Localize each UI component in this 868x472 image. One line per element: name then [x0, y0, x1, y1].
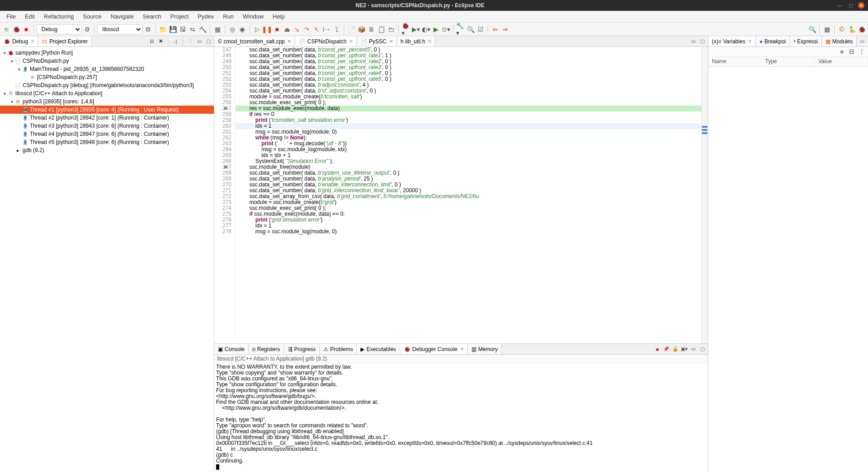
- coverage-icon[interactable]: ◐▾: [421, 25, 430, 34]
- menu-edit[interactable]: Edit: [20, 11, 39, 22]
- bug-icon[interactable]: 🐞: [12, 25, 21, 34]
- tree-item[interactable]: ▾©libsscd [C/C++ Attach to Application]: [0, 89, 214, 97]
- bottom-tab-memory[interactable]: ▥Memory: [468, 344, 502, 354]
- run-dropdown-icon[interactable]: ▶▾: [411, 25, 420, 34]
- editor-tab[interactable]: ©cmod_tcsmolten_salt.cpp✕: [214, 36, 295, 46]
- config-gear-icon[interactable]: ⚙: [143, 25, 152, 34]
- minimize-view-icon[interactable]: ▭: [690, 346, 697, 353]
- view-menu-icon[interactable]: ⋮: [187, 38, 194, 45]
- col-value[interactable]: Value: [815, 57, 868, 66]
- code-editor[interactable]: 247248249250251252253254255256➤257258259…: [214, 47, 708, 343]
- step-over-icon[interactable]: ↷: [302, 25, 311, 34]
- code-line[interactable]: msg = ssc.module_log(module, idx): [235, 147, 702, 153]
- target2-icon[interactable]: ◉: [238, 25, 247, 34]
- tree-item[interactable]: 🧵Thread #2 [python3] 28942 [core: 1] (Ru…: [0, 114, 214, 122]
- close-icon[interactable]: ✕: [428, 39, 431, 44]
- window-minimize-button[interactable]: —: [836, 2, 843, 9]
- menu-window[interactable]: Window: [238, 11, 268, 22]
- maximize-view-icon[interactable]: ▢: [205, 38, 212, 45]
- maximize-view-icon[interactable]: ▢: [699, 38, 706, 45]
- bottom-tab-progress[interactable]: ⇶Progress: [284, 344, 320, 354]
- bottom-tab-registers[interactable]: ⎚Registers: [249, 344, 284, 354]
- minimize-view-icon[interactable]: ▭: [690, 38, 697, 45]
- maximize-view-icon[interactable]: ▢: [699, 346, 706, 353]
- build-icon[interactable]: 🔨: [198, 25, 207, 34]
- new-file-icon[interactable]: 📄: [347, 25, 356, 34]
- remove-icon[interactable]: ✖: [157, 38, 164, 45]
- bottom-tab-executables[interactable]: ▶Executables: [357, 344, 400, 354]
- tab-expressions[interactable]: ᵡExpressi: [790, 36, 822, 46]
- tree-toggle-icon[interactable]: ▾: [9, 99, 14, 104]
- tree-item[interactable]: ▾🧵MainThread - pid_28935_id_139858607582…: [0, 65, 214, 73]
- tree-item[interactable]: ▾🐞sampydev [Python Run]: [0, 49, 214, 57]
- target-icon[interactable]: ◎: [228, 25, 237, 34]
- resume-icon[interactable]: ▷: [253, 25, 262, 34]
- overview-ruler[interactable]: [702, 47, 708, 343]
- new-folder-icon[interactable]: 📁: [158, 25, 167, 34]
- menu-navigate[interactable]: Navigate: [106, 11, 138, 22]
- quick-access-icon[interactable]: 🔍: [808, 25, 817, 34]
- new-folder2-icon[interactable]: 🗀: [387, 25, 396, 34]
- tree-item[interactable]: 🧵Thread #5 [python3] 28948 [core: 6] (Ru…: [0, 138, 214, 146]
- collapse-all-icon[interactable]: ⊟: [848, 48, 855, 55]
- nav-fwd-icon[interactable]: ⇒: [501, 25, 510, 34]
- code-line[interactable]: res = ssc.module_exec(module, data): [235, 106, 702, 111]
- menu-help[interactable]: Help: [268, 11, 289, 22]
- debug-dropdown-icon[interactable]: 🐞▾: [402, 25, 411, 34]
- tree-item[interactable]: 📄CSPNoDispatch.py [debug] [/home/gabriel…: [0, 81, 214, 89]
- close-icon[interactable]: ✕: [31, 39, 34, 44]
- menu-run[interactable]: Run: [218, 11, 238, 22]
- scroll-lock-icon[interactable]: 🔒: [672, 346, 679, 353]
- close-icon[interactable]: ✕: [349, 39, 353, 44]
- col-name[interactable]: Name: [708, 57, 762, 66]
- tree-item[interactable]: ▾📄CSPNoDispatch.py: [0, 57, 214, 65]
- cpp-perspective-icon[interactable]: ©: [837, 25, 846, 34]
- pydev-perspective-icon[interactable]: 🐍: [847, 25, 856, 34]
- config-gear-icon[interactable]: ⚙: [83, 25, 92, 34]
- instruction-step-icon[interactable]: i→: [322, 25, 331, 34]
- menu-project[interactable]: Project: [166, 11, 193, 22]
- grid-icon[interactable]: ▦: [213, 25, 222, 34]
- tree-item[interactable]: 🧵Thread #1 [python3] 28935 [core: 4] (Ru…: [0, 106, 214, 114]
- tab-project-explorer[interactable]: 🗀 Project Explorer: [38, 36, 92, 46]
- tree-item[interactable]: 🧵Thread #4 [python3] 28947 [core: 6] (Ru…: [0, 130, 214, 138]
- menu-source[interactable]: Source: [78, 11, 106, 22]
- tree-item[interactable]: ▾⚙python3 [28935] [cores: 1,4,6]: [0, 97, 214, 106]
- disconnect-icon[interactable]: ⎋: [2, 25, 11, 34]
- menu-file[interactable]: File: [2, 11, 20, 22]
- menu-refactoring[interactable]: Refactoring: [39, 11, 78, 22]
- run-last-icon[interactable]: ▶: [431, 25, 440, 34]
- tree-toggle-icon[interactable]: ▾: [9, 59, 14, 64]
- debug-tree[interactable]: ▾🐞sampydev [Python Run]▾📄CSPNoDispatch.p…: [0, 47, 214, 472]
- library-select[interactable]: libsscd: [97, 24, 143, 34]
- drop-frame-icon[interactable]: ⤵: [332, 25, 341, 34]
- pin-icon[interactable]: 📌: [663, 346, 670, 353]
- step-filter-icon[interactable]: ↓|: [172, 38, 179, 45]
- new-module-icon[interactable]: 📦: [357, 25, 366, 34]
- launch-config-select[interactable]: Debug: [37, 24, 82, 34]
- show-type-icon[interactable]: ⎈: [838, 48, 845, 55]
- new-class-icon[interactable]: 🗎: [367, 25, 376, 34]
- menu-pydev[interactable]: Pydev: [193, 11, 218, 22]
- code-line[interactable]: print ('grid simulation error'): [235, 217, 702, 223]
- tree-toggle-icon[interactable]: ▾: [16, 67, 22, 72]
- tree-item[interactable]: ≡ [CSPNoDispatch.py:257]: [0, 73, 214, 81]
- tab-modules[interactable]: ▦Modules: [822, 36, 857, 46]
- tree-item[interactable]: 🧵Thread #3 [python3] 28943 [core: 6] (Ru…: [0, 122, 214, 130]
- tab-variables[interactable]: (x)=Variables✕: [708, 36, 756, 46]
- tree-item[interactable]: ▸gdb (9.2): [0, 146, 214, 154]
- close-icon[interactable]: ✕: [389, 39, 393, 44]
- code-line[interactable]: print ('tcsmolten_salt simulation error'…: [235, 117, 702, 123]
- bottom-tab-debugger-console[interactable]: 🐞Debugger Console✕: [400, 344, 468, 354]
- step-return-icon[interactable]: ↖: [312, 25, 321, 34]
- new-src-icon[interactable]: 📋: [377, 25, 386, 34]
- bottom-tab-problems[interactable]: ⚠Problems: [320, 344, 357, 354]
- open-perspective-icon[interactable]: ▦: [822, 25, 831, 34]
- save-all-icon[interactable]: 🖫: [178, 25, 187, 34]
- window-maximize-button[interactable]: ▢: [847, 2, 854, 9]
- collapse-icon[interactable]: ⊟: [148, 38, 155, 45]
- disconnect2-icon[interactable]: ⏏: [282, 25, 291, 34]
- display-icon[interactable]: ▣▾: [681, 346, 688, 353]
- code-area[interactable]: ssc.data_set_number( data, b'const_per_p…: [235, 47, 702, 343]
- bottom-tab-console[interactable]: ▣Console: [214, 344, 249, 354]
